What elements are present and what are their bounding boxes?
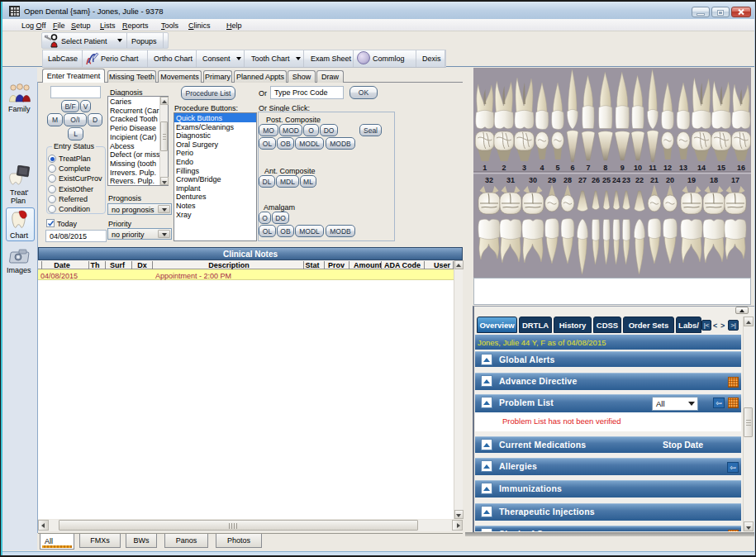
svg-text:18: 18 xyxy=(710,176,718,184)
svg-text:25: 25 xyxy=(602,176,611,184)
svg-text:23: 23 xyxy=(622,176,630,184)
svg-text:20: 20 xyxy=(666,176,674,184)
svg-text:31: 31 xyxy=(506,176,515,184)
svg-text:32: 32 xyxy=(485,176,493,184)
svg-text:10: 10 xyxy=(634,164,642,172)
svg-text:13: 13 xyxy=(679,164,687,172)
svg-text:27: 27 xyxy=(578,176,587,184)
svg-text:8: 8 xyxy=(603,164,607,172)
svg-text:6: 6 xyxy=(570,164,574,172)
svg-text:7: 7 xyxy=(586,164,590,172)
svg-text:21: 21 xyxy=(650,176,659,184)
svg-text:1: 1 xyxy=(483,164,487,172)
svg-text:24: 24 xyxy=(612,176,620,184)
svg-text:29: 29 xyxy=(548,176,556,184)
svg-text:12: 12 xyxy=(663,164,672,172)
svg-text:9: 9 xyxy=(620,164,625,172)
svg-text:22: 22 xyxy=(635,176,644,184)
svg-text:17: 17 xyxy=(731,176,739,184)
svg-text:26: 26 xyxy=(592,176,600,184)
svg-text:4: 4 xyxy=(540,164,544,172)
svg-text:19: 19 xyxy=(687,176,696,184)
svg-text:2: 2 xyxy=(502,164,506,172)
svg-text:15: 15 xyxy=(717,164,725,172)
svg-text:30: 30 xyxy=(529,176,537,184)
svg-text:28: 28 xyxy=(563,176,572,184)
svg-text:14: 14 xyxy=(697,164,706,172)
svg-text:3: 3 xyxy=(522,164,526,172)
svg-text:11: 11 xyxy=(649,164,657,172)
svg-text:16: 16 xyxy=(737,164,745,172)
svg-text:5: 5 xyxy=(555,164,559,172)
